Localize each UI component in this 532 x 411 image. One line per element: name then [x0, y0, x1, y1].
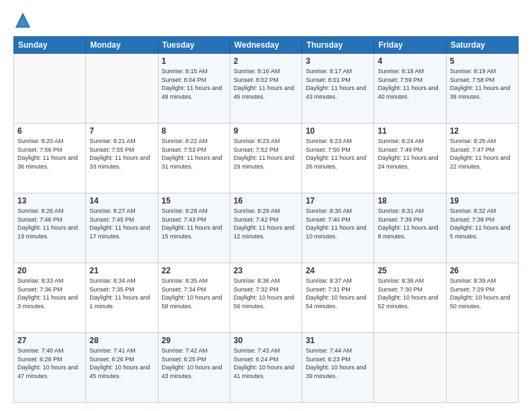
day-number: 5 [450, 56, 515, 66]
day-info: Sunrise: 8:26 AM Sunset: 7:46 PM Dayligh… [17, 207, 82, 240]
day-number: 31 [306, 336, 370, 345]
day-info: Sunrise: 8:22 AM Sunset: 7:53 PM Dayligh… [162, 137, 226, 171]
day-number: 12 [450, 126, 515, 136]
day-number: 19 [450, 196, 515, 205]
day-info: Sunrise: 8:39 AM Sunset: 7:29 PM Dayligh… [450, 277, 515, 310]
day-number: 4 [378, 56, 442, 66]
calendar-header: SundayMondayTuesdayWednesdayThursdayFrid… [14, 37, 519, 54]
weekday-header-tuesday: Tuesday [158, 37, 230, 54]
day-number: 27 [17, 336, 82, 345]
calendar-cell [446, 333, 518, 403]
day-number: 22 [162, 266, 226, 275]
calendar-cell: 1Sunrise: 8:15 AM Sunset: 8:04 PM Daylig… [158, 54, 230, 124]
day-info: Sunrise: 8:20 AM Sunset: 7:56 PM Dayligh… [17, 137, 82, 171]
weekday-header-saturday: Saturday [446, 37, 518, 54]
weekday-header-row: SundayMondayTuesdayWednesdayThursdayFrid… [14, 37, 519, 54]
day-number: 14 [89, 196, 154, 205]
calendar-cell: 27Sunrise: 7:40 AM Sunset: 6:28 PM Dayli… [14, 333, 86, 403]
calendar-week-2: 13Sunrise: 8:26 AM Sunset: 7:46 PM Dayli… [14, 193, 519, 263]
calendar-cell: 21Sunrise: 8:34 AM Sunset: 7:35 PM Dayli… [86, 263, 158, 333]
page: SundayMondayTuesdayWednesdayThursdayFrid… [0, 0, 532, 411]
calendar-cell: 3Sunrise: 8:17 AM Sunset: 8:01 PM Daylig… [302, 54, 374, 124]
day-number: 30 [234, 336, 298, 345]
calendar-cell: 29Sunrise: 7:42 AM Sunset: 6:25 PM Dayli… [158, 333, 230, 403]
calendar-cell: 11Sunrise: 8:24 AM Sunset: 7:49 PM Dayli… [374, 124, 446, 193]
calendar-cell: 13Sunrise: 8:26 AM Sunset: 7:46 PM Dayli… [14, 193, 86, 263]
day-info: Sunrise: 8:36 AM Sunset: 7:32 PM Dayligh… [234, 277, 298, 310]
day-number: 23 [234, 266, 298, 275]
day-info: Sunrise: 8:19 AM Sunset: 7:58 PM Dayligh… [450, 67, 515, 101]
day-number: 29 [162, 336, 226, 345]
day-number: 24 [306, 266, 370, 275]
calendar-cell: 31Sunrise: 7:44 AM Sunset: 6:23 PM Dayli… [302, 333, 374, 403]
day-info: Sunrise: 8:35 AM Sunset: 7:34 PM Dayligh… [162, 277, 226, 310]
calendar-cell: 28Sunrise: 7:41 AM Sunset: 6:26 PM Dayli… [86, 333, 158, 403]
day-info: Sunrise: 8:25 AM Sunset: 7:47 PM Dayligh… [450, 137, 515, 171]
calendar-cell [86, 54, 158, 124]
day-number: 16 [234, 196, 298, 205]
day-info: Sunrise: 8:30 AM Sunset: 7:40 PM Dayligh… [306, 207, 370, 240]
day-info: Sunrise: 8:18 AM Sunset: 7:59 PM Dayligh… [378, 67, 442, 101]
calendar-cell: 25Sunrise: 8:38 AM Sunset: 7:30 PM Dayli… [374, 263, 446, 333]
weekday-header-monday: Monday [86, 37, 158, 54]
calendar-cell: 7Sunrise: 8:21 AM Sunset: 7:55 PM Daylig… [86, 124, 158, 193]
day-number: 9 [234, 126, 298, 136]
calendar-cell: 30Sunrise: 7:43 AM Sunset: 6:24 PM Dayli… [230, 333, 302, 403]
day-number: 26 [450, 266, 515, 275]
day-number: 13 [17, 196, 82, 205]
calendar-cell: 15Sunrise: 8:28 AM Sunset: 7:43 PM Dayli… [158, 193, 230, 263]
calendar-cell: 4Sunrise: 8:18 AM Sunset: 7:59 PM Daylig… [374, 54, 446, 124]
day-info: Sunrise: 8:16 AM Sunset: 8:02 PM Dayligh… [234, 67, 298, 101]
day-info: Sunrise: 7:42 AM Sunset: 6:25 PM Dayligh… [162, 347, 226, 380]
day-number: 15 [162, 196, 226, 205]
calendar-cell: 17Sunrise: 8:30 AM Sunset: 7:40 PM Dayli… [302, 193, 374, 263]
day-number: 8 [162, 126, 226, 136]
day-number: 2 [234, 56, 298, 66]
day-info: Sunrise: 8:27 AM Sunset: 7:45 PM Dayligh… [89, 207, 154, 240]
calendar-cell: 9Sunrise: 8:23 AM Sunset: 7:52 PM Daylig… [230, 124, 302, 193]
calendar-cell: 12Sunrise: 8:25 AM Sunset: 7:47 PM Dayli… [446, 124, 518, 193]
day-number: 28 [89, 336, 154, 345]
day-number: 3 [306, 56, 370, 66]
day-number: 21 [89, 266, 154, 275]
day-info: Sunrise: 8:23 AM Sunset: 7:50 PM Dayligh… [306, 137, 370, 171]
day-info: Sunrise: 8:38 AM Sunset: 7:30 PM Dayligh… [378, 277, 442, 310]
weekday-header-thursday: Thursday [302, 37, 374, 54]
calendar-cell: 19Sunrise: 8:32 AM Sunset: 7:38 PM Dayli… [446, 193, 518, 263]
calendar-week-3: 20Sunrise: 8:33 AM Sunset: 7:36 PM Dayli… [14, 263, 519, 333]
day-info: Sunrise: 8:31 AM Sunset: 7:39 PM Dayligh… [378, 207, 442, 240]
day-number: 6 [17, 126, 82, 136]
calendar-cell: 20Sunrise: 8:33 AM Sunset: 7:36 PM Dayli… [14, 263, 86, 333]
weekday-header-friday: Friday [374, 37, 446, 54]
calendar-body: 1Sunrise: 8:15 AM Sunset: 8:04 PM Daylig… [14, 54, 519, 403]
calendar-cell: 18Sunrise: 8:31 AM Sunset: 7:39 PM Dayli… [374, 193, 446, 263]
calendar-week-4: 27Sunrise: 7:40 AM Sunset: 6:28 PM Dayli… [14, 333, 519, 403]
day-info: Sunrise: 7:40 AM Sunset: 6:28 PM Dayligh… [17, 347, 82, 380]
day-info: Sunrise: 8:28 AM Sunset: 7:43 PM Dayligh… [162, 207, 226, 240]
day-number: 18 [378, 196, 442, 205]
day-number: 7 [89, 126, 154, 136]
day-number: 17 [306, 196, 370, 205]
day-number: 10 [306, 126, 370, 136]
day-info: Sunrise: 8:21 AM Sunset: 7:55 PM Dayligh… [89, 137, 154, 171]
day-info: Sunrise: 8:34 AM Sunset: 7:35 PM Dayligh… [89, 277, 154, 310]
calendar-table: SundayMondayTuesdayWednesdayThursdayFrid… [13, 36, 519, 403]
day-info: Sunrise: 7:44 AM Sunset: 6:23 PM Dayligh… [306, 347, 370, 380]
calendar-cell: 6Sunrise: 8:20 AM Sunset: 7:56 PM Daylig… [14, 124, 86, 193]
calendar-cell: 26Sunrise: 8:39 AM Sunset: 7:29 PM Dayli… [446, 263, 518, 333]
day-info: Sunrise: 8:32 AM Sunset: 7:38 PM Dayligh… [450, 207, 515, 240]
calendar-cell: 10Sunrise: 8:23 AM Sunset: 7:50 PM Dayli… [302, 124, 374, 193]
weekday-header-sunday: Sunday [14, 37, 86, 54]
day-number: 20 [17, 266, 82, 275]
calendar-cell: 23Sunrise: 8:36 AM Sunset: 7:32 PM Dayli… [230, 263, 302, 333]
header [13, 11, 519, 30]
calendar-cell [374, 333, 446, 403]
calendar-week-1: 6Sunrise: 8:20 AM Sunset: 7:56 PM Daylig… [14, 124, 519, 193]
calendar-cell: 16Sunrise: 8:29 AM Sunset: 7:42 PM Dayli… [230, 193, 302, 263]
weekday-header-wednesday: Wednesday [230, 37, 302, 54]
calendar-cell: 5Sunrise: 8:19 AM Sunset: 7:58 PM Daylig… [446, 54, 518, 124]
day-info: Sunrise: 8:23 AM Sunset: 7:52 PM Dayligh… [234, 137, 298, 171]
calendar-cell: 24Sunrise: 8:37 AM Sunset: 7:31 PM Dayli… [302, 263, 374, 333]
logo [13, 11, 35, 30]
day-number: 1 [162, 56, 226, 66]
